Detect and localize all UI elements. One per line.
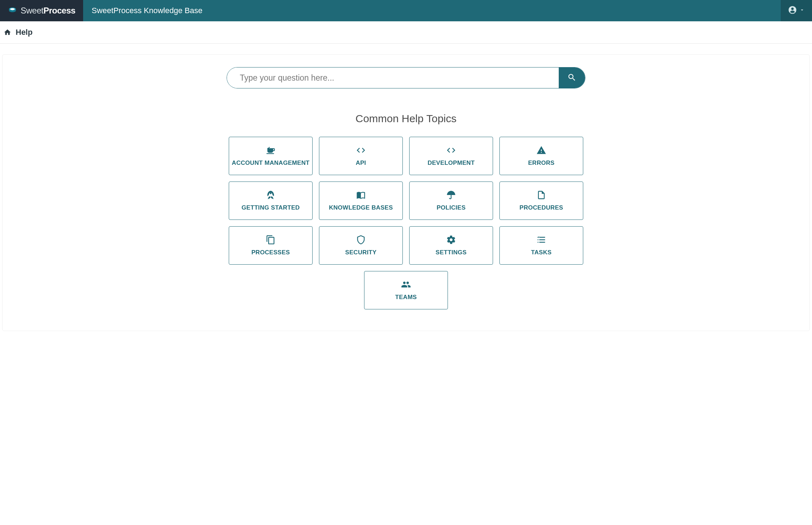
search-icon bbox=[567, 73, 576, 83]
topic-label: PROCEDURES bbox=[520, 204, 563, 211]
app-header: SweetProcess SweetProcess Knowledge Base bbox=[0, 0, 812, 21]
brand-text: SweetProcess bbox=[21, 6, 75, 16]
topic-card[interactable]: KNOWLEDGE BASES bbox=[319, 182, 403, 220]
file-icon bbox=[536, 190, 547, 200]
topic-card[interactable]: ACCOUNT MANAGEMENT bbox=[229, 137, 313, 175]
topic-label: DEVELOPMENT bbox=[428, 159, 475, 167]
shield-icon bbox=[356, 235, 366, 245]
topic-card[interactable]: DEVELOPMENT bbox=[409, 137, 493, 175]
topic-card[interactable]: SECURITY bbox=[319, 226, 403, 265]
code-icon bbox=[446, 145, 456, 155]
tasks-icon bbox=[536, 235, 547, 245]
topic-label: SECURITY bbox=[345, 249, 377, 256]
header-title: SweetProcess Knowledge Base bbox=[83, 0, 781, 21]
breadcrumb-label[interactable]: Help bbox=[16, 28, 33, 37]
search-bar bbox=[227, 67, 585, 88]
coffee-icon bbox=[265, 145, 276, 155]
topic-label: ACCOUNT MANAGEMENT bbox=[232, 159, 310, 167]
topic-label: GETTING STARTED bbox=[242, 204, 300, 211]
topic-card[interactable]: API bbox=[319, 137, 403, 175]
topic-label: TASKS bbox=[531, 249, 552, 256]
gear-icon bbox=[446, 235, 456, 245]
topic-label: SETTINGS bbox=[435, 249, 466, 256]
topic-card[interactable]: TASKS bbox=[499, 226, 583, 265]
book-icon bbox=[356, 190, 366, 200]
topic-label: PROCESSES bbox=[251, 249, 290, 256]
warning-icon bbox=[536, 145, 547, 155]
code-icon bbox=[356, 145, 366, 155]
home-icon[interactable] bbox=[4, 28, 11, 36]
topic-card[interactable]: SETTINGS bbox=[409, 226, 493, 265]
topic-label: API bbox=[356, 159, 366, 167]
breadcrumb: Help bbox=[0, 21, 812, 44]
topic-label: TEAMS bbox=[395, 294, 417, 301]
main-panel: Common Help Topics ACCOUNT MANAGEMENTAPI… bbox=[2, 54, 810, 331]
topic-card[interactable]: TEAMS bbox=[364, 271, 448, 309]
chevron-down-icon bbox=[799, 7, 805, 14]
section-title: Common Help Topics bbox=[2, 113, 810, 125]
topic-card[interactable]: PROCEDURES bbox=[499, 182, 583, 220]
topic-card[interactable]: PROCESSES bbox=[229, 226, 313, 265]
umbrella-icon bbox=[446, 190, 456, 200]
copy-icon bbox=[265, 235, 276, 245]
topic-card[interactable]: ERRORS bbox=[499, 137, 583, 175]
topic-label: KNOWLEDGE BASES bbox=[329, 204, 393, 211]
brand-logo-icon bbox=[8, 6, 17, 15]
rocket-icon bbox=[265, 190, 276, 200]
search-button[interactable] bbox=[559, 67, 585, 88]
user-menu-button[interactable] bbox=[781, 0, 812, 21]
user-circle-icon bbox=[788, 5, 797, 16]
brand-area[interactable]: SweetProcess bbox=[0, 0, 83, 21]
topic-label: POLICIES bbox=[437, 204, 466, 211]
users-icon bbox=[401, 280, 411, 289]
topic-card[interactable]: GETTING STARTED bbox=[229, 182, 313, 220]
search-input[interactable] bbox=[227, 67, 559, 88]
topics-grid: ACCOUNT MANAGEMENTAPIDEVELOPMENTERRORSGE… bbox=[220, 137, 592, 309]
topic-label: ERRORS bbox=[528, 159, 555, 167]
topic-card[interactable]: POLICIES bbox=[409, 182, 493, 220]
